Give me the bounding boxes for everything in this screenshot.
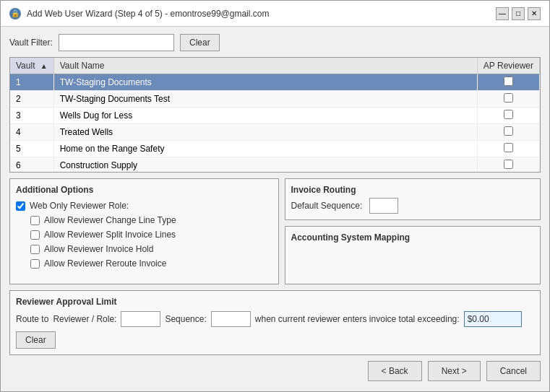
vault-table-container: Vault ▲ Vault Name AP Reviewer 1TW-Stagi… [9,57,541,173]
invoice-hold-row: Allow Reviewer Invoice Hold [30,244,272,254]
vault-name-cell: Treated Wells [53,124,477,141]
default-sequence-label: Default Sequence: [291,201,364,211]
ap-reviewer-checkbox[interactable] [504,77,513,86]
split-invoice-checkbox[interactable] [30,230,40,240]
minimize-button[interactable]: — [496,7,509,20]
ap-reviewer-cell [477,141,539,157]
ap-reviewer-cell [477,108,539,124]
reviewer-role-label: Reviewer / Role: [53,314,116,324]
table-row[interactable]: 5Home on the Range Safety [10,141,540,157]
web-only-reviewer-checkbox[interactable] [16,201,25,211]
ap-reviewer-checkbox[interactable] [504,160,513,169]
col-header-vault-name[interactable]: Vault Name [53,58,477,74]
additional-options-title: Additional Options [16,185,272,195]
table-row[interactable]: 3Wells Dug for Less [10,108,540,124]
ap-reviewer-checkbox[interactable] [504,93,513,103]
web-only-reviewer-label: Web Only Reviewer Role: [30,201,129,211]
change-line-type-row: Allow Reviewer Change Line Type [30,215,272,225]
vault-name-cell: TW-Staging Documents Test [53,91,477,108]
approval-row: Route to Reviewer / Role: Sequence: when… [16,311,534,349]
split-invoice-row: Allow Reviewer Split Invoice Lines [30,230,272,240]
when-label: when current reviewer enters invoice tot… [255,314,460,324]
cancel-button[interactable]: Cancel [486,361,541,381]
table-row[interactable]: 6Construction Supply [10,157,540,173]
invoice-hold-label: Allow Reviewer Invoice Hold [44,244,153,254]
reviewer-role-input[interactable] [121,311,160,327]
table-row[interactable]: 2TW-Staging Documents Test [10,91,540,108]
ap-reviewer-cell [477,157,539,173]
reroute-invoice-checkbox[interactable] [30,259,40,269]
main-window: 🔒 Add Web User Wizard (Step 4 of 5) - em… [0,0,550,392]
reviewer-approval-title: Reviewer Approval Limit [16,297,534,307]
table-row[interactable]: 4Treated Wells [10,124,540,141]
reviewer-approval-box: Reviewer Approval Limit Route to Reviewe… [9,290,541,355]
vault-filter-clear-button[interactable]: Clear [180,34,220,51]
next-button[interactable]: Next > [428,361,481,381]
approval-clear-button[interactable]: Clear [16,331,56,349]
ap-reviewer-cell [477,91,539,108]
additional-options-panel: Additional Options Web Only Reviewer Rol… [9,178,279,284]
accounting-system-title: Accounting System Mapping [291,232,535,243]
reroute-invoice-row: Allow Reviewer Reroute Invoice [30,258,272,269]
vault-number-cell: 3 [10,108,53,124]
sequence-input[interactable] [211,311,251,327]
vault-number-cell: 1 [10,74,53,91]
amount-input[interactable] [464,311,522,327]
vault-name-cell: TW-Staging Documents [53,74,477,91]
sub-options: Allow Reviewer Change Line Type Allow Re… [30,215,272,270]
footer-buttons: < Back Next > Cancel [9,355,541,384]
vault-number-cell: 2 [10,91,53,108]
middle-section: Additional Options Web Only Reviewer Rol… [9,178,541,284]
accounting-system-box: Accounting System Mapping [285,226,541,284]
app-icon: 🔒 [9,8,21,19]
title-bar: 🔒 Add Web User Wizard (Step 4 of 5) - em… [1,1,549,27]
vault-number-cell: 5 [10,141,53,157]
vault-name-cell: Home on the Range Safety [53,141,477,157]
vault-table: Vault ▲ Vault Name AP Reviewer 1TW-Stagi… [10,58,540,173]
back-button[interactable]: < Back [368,361,422,381]
vault-number-cell: 4 [10,124,53,141]
ap-reviewer-cell [477,124,539,141]
window-title: Add Web User Wizard (Step 4 of 5) - emon… [27,9,269,19]
right-panel: Invoice Routing Default Sequence: Accoun… [285,178,541,284]
web-only-reviewer-row: Web Only Reviewer Role: [16,201,272,211]
default-sequence-input[interactable] [369,198,398,214]
ap-reviewer-cell [477,74,539,91]
col-header-ap-reviewer[interactable]: AP Reviewer [477,58,539,74]
invoice-routing-box: Invoice Routing Default Sequence: [285,178,541,220]
sequence-label: Sequence: [165,314,206,324]
ap-reviewer-checkbox[interactable] [504,143,513,152]
vault-name-cell: Wells Dug for Less [53,108,477,124]
vault-filter-label: Vault Filter: [9,38,53,48]
col-header-vault[interactable]: Vault ▲ [10,58,53,74]
invoice-routing-title: Invoice Routing [291,185,535,195]
invoice-hold-checkbox[interactable] [30,245,40,254]
window-content: Vault Filter: Clear Vault ▲ Vault Name A… [1,27,549,391]
restore-button[interactable]: □ [512,7,525,20]
change-line-type-checkbox[interactable] [30,216,40,225]
change-line-type-label: Allow Reviewer Change Line Type [44,215,176,225]
vault-name-cell: Construction Supply [53,157,477,173]
reroute-invoice-label: Allow Reviewer Reroute Invoice [44,258,166,269]
ap-reviewer-checkbox[interactable] [504,110,513,119]
vault-number-cell: 6 [10,157,53,173]
ap-reviewer-checkbox[interactable] [504,126,513,136]
split-invoice-label: Allow Reviewer Split Invoice Lines [44,230,176,240]
vault-filter-row: Vault Filter: Clear [9,34,541,51]
close-button[interactable]: ✕ [528,7,541,20]
sort-arrow-vault: ▲ [40,62,48,70]
route-to-label: Route to [16,314,48,324]
table-row[interactable]: 1TW-Staging Documents [10,74,540,91]
default-sequence-row: Default Sequence: [291,198,535,214]
vault-filter-input[interactable] [59,34,174,51]
